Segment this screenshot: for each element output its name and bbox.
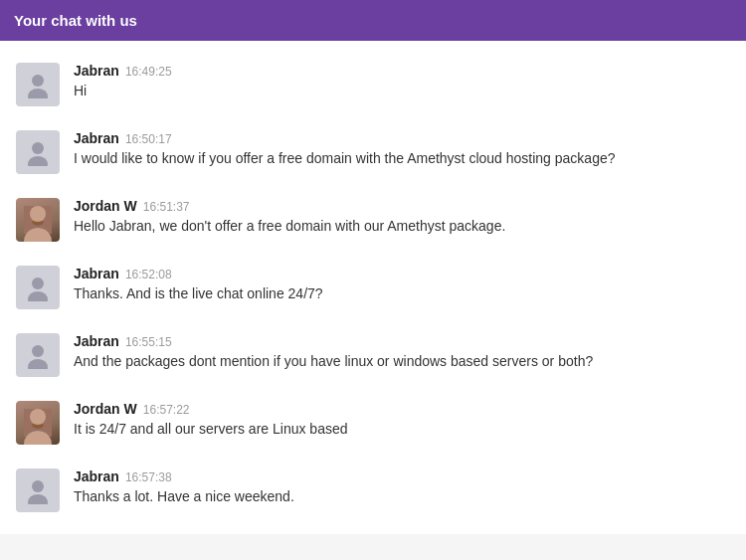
avatar [16,130,60,174]
message-text: It is 24/7 and all our servers are Linux… [74,420,730,440]
message-timestamp: 16:55:15 [125,335,172,349]
svg-point-3 [28,156,48,166]
svg-point-21 [32,422,43,428]
svg-point-2 [32,142,44,154]
sender-name: Jordan W [74,401,137,417]
message-timestamp: 16:52:08 [125,268,172,281]
message-content: Jabran16:49:25Hi [74,63,730,101]
message-text: And the packages dont mention if you hav… [74,352,730,372]
svg-rect-17 [24,409,52,437]
message-text: Hello Jabran, we don't offer a free doma… [74,217,730,237]
message-row: Jabran16:52:08Thanks. And is the live ch… [0,254,746,321]
message-row: Jabran16:50:17I would like to know if yo… [0,118,746,186]
message-text: I would like to know if you offer a free… [74,149,730,169]
avatar [16,468,60,512]
svg-point-12 [37,218,39,220]
svg-point-11 [40,215,42,217]
header-title: Your chat with us [14,12,137,29]
message-row: Jordan W16:51:37Hello Jabran, we don't o… [0,186,746,254]
message-content: Jabran16:57:38Thanks a lot. Have a nice … [74,468,730,507]
message-row: Jabran16:57:38Thanks a lot. Have a nice … [0,457,746,524]
svg-point-0 [32,75,44,87]
message-timestamp: 16:57:22 [143,403,190,417]
message-timestamp: 16:57:38 [125,470,172,484]
message-meta: Jabran16:50:17 [74,130,730,146]
svg-point-16 [28,359,48,369]
svg-point-15 [32,345,44,357]
message-content: Jordan W16:57:22It is 24/7 and all our s… [74,401,730,440]
message-row: Jordan W16:57:22It is 24/7 and all our s… [0,389,746,457]
svg-point-8 [32,219,43,225]
avatar [16,333,60,377]
svg-point-10 [34,215,36,217]
message-content: Jabran16:55:15And the packages dont ment… [74,333,730,372]
message-row: Jabran16:55:15And the packages dont ment… [0,321,746,389]
svg-point-19 [32,411,45,419]
header: Your chat with us [0,0,746,41]
avatar [16,401,60,445]
message-meta: Jabran16:57:38 [74,468,730,484]
svg-point-6 [32,208,45,216]
avatar [16,198,60,242]
svg-point-1 [28,89,48,98]
svg-rect-4 [24,206,52,234]
sender-name: Jabran [74,130,119,146]
avatar [16,266,60,309]
message-row: Jabran16:49:25Hi [0,51,746,118]
message-text: Thanks. And is the live chat online 24/7… [74,284,730,304]
svg-point-26 [32,480,44,492]
svg-point-24 [40,418,42,420]
chat-body: Jabran16:49:25Hi Jabran16:50:17I would l… [0,41,746,534]
svg-point-9 [29,228,47,234]
svg-point-25 [37,421,39,423]
svg-point-27 [28,494,48,504]
message-text: Thanks a lot. Have a nice weekend. [74,487,730,507]
sender-name: Jabran [74,333,119,349]
message-content: Jordan W16:51:37Hello Jabran, we don't o… [74,198,730,237]
message-content: Jabran16:50:17I would like to know if yo… [74,130,730,169]
message-meta: Jabran16:49:25 [74,63,730,79]
message-text: Hi [74,82,730,101]
message-timestamp: 16:50:17 [125,132,172,146]
avatar [16,63,60,106]
message-meta: Jordan W16:51:37 [74,198,730,214]
svg-rect-7 [32,212,45,215]
message-meta: Jabran16:55:15 [74,333,730,349]
message-content: Jabran16:52:08Thanks. And is the live ch… [74,266,730,304]
sender-name: Jabran [74,468,119,484]
message-timestamp: 16:51:37 [143,200,190,214]
sender-name: Jordan W [74,198,137,214]
svg-point-23 [34,418,36,420]
svg-rect-20 [32,415,45,418]
message-meta: Jordan W16:57:22 [74,401,730,417]
message-meta: Jabran16:52:08 [74,266,730,281]
message-timestamp: 16:49:25 [125,65,172,79]
svg-point-14 [28,291,48,301]
svg-point-13 [32,278,44,289]
sender-name: Jabran [74,266,119,281]
svg-point-22 [29,431,47,437]
sender-name: Jabran [74,63,119,79]
